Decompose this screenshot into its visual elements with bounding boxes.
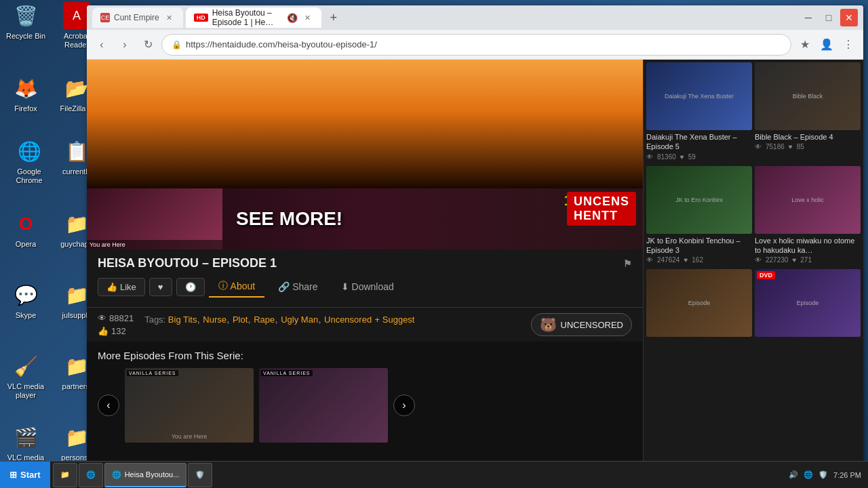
desktop-icon-firefox[interactable]: 🦊 Firefox bbox=[2, 75, 50, 113]
daiakuji-views: 81360 bbox=[657, 153, 676, 161]
filezilla-icon: 📂 bbox=[63, 75, 90, 102]
close-button[interactable]: ✕ bbox=[840, 9, 858, 26]
tags-area: Tags: Big Tits, Nurse, Plot, Rape, Ugly … bbox=[144, 313, 519, 325]
back-button[interactable]: ‹ bbox=[92, 35, 111, 54]
about-tab[interactable]: ⓘ About bbox=[209, 276, 265, 298]
daiakuji-likes: 59 bbox=[688, 153, 696, 161]
tags-label: Tags: bbox=[144, 314, 168, 325]
like-button[interactable]: 👍 Like bbox=[98, 278, 145, 296]
url-bar[interactable]: 🔒 https://hentaidude.com/heisa-byoutou-e… bbox=[161, 34, 791, 56]
suggest-button[interactable]: + Suggest bbox=[375, 314, 415, 325]
tab-heisa[interactable]: HD Heisa Byoutou – Episode 1 | He… 🔇 ✕ bbox=[186, 7, 321, 28]
browser-window: CE Cunt Empire ✕ HD Heisa Byoutou – Epis… bbox=[87, 5, 863, 470]
taskbar-clock: 7:26 PM bbox=[833, 471, 861, 479]
heart-icon: ♥ bbox=[158, 282, 163, 292]
tag-plot[interactable]: Plot bbox=[233, 314, 248, 325]
tab-cunt-empire[interactable]: CE Cunt Empire ✕ bbox=[92, 7, 183, 28]
uncensored-pill: 🐻 UNCENSORED bbox=[531, 313, 632, 336]
see-more-banner[interactable]: You are Here SEE MORE! 100% UNCENSHENTT bbox=[87, 188, 643, 249]
desktop-icon-opera[interactable]: O Opera bbox=[2, 210, 50, 249]
ep6-thumb: Episode DVD bbox=[755, 269, 861, 337]
tag-ugly-man[interactable]: Ugly Man bbox=[281, 314, 318, 325]
reload-button[interactable]: ↻ bbox=[138, 35, 157, 54]
taskbar-chrome-active[interactable]: 🌐 Heisa Byoutou... bbox=[104, 463, 187, 487]
share-label: Share bbox=[292, 281, 317, 292]
bookmark-button[interactable]: ★ bbox=[795, 35, 814, 54]
share-icon: 🔗 bbox=[278, 281, 290, 292]
love-holic-thumb: Love x holic bbox=[755, 166, 861, 234]
jk-likes-icon: ♥ bbox=[684, 256, 688, 264]
skype-label: Skype bbox=[16, 311, 37, 320]
download-tab[interactable]: ⬇ Download bbox=[332, 277, 403, 296]
menu-button[interactable]: ⋮ bbox=[839, 35, 858, 54]
recycle-bin-label: Recycle Bin bbox=[6, 32, 45, 41]
taskbar-explorer-icon: 📁 bbox=[60, 470, 70, 479]
taskbar-network-icon[interactable]: 🌐 bbox=[804, 470, 813, 479]
desktop: 🗑️ Recycle Bin A Acrobat Reader 🦊 Firefo… bbox=[0, 0, 868, 488]
love-holic-title: Love x holic miwaku no otome to hakudaku… bbox=[755, 236, 861, 256]
mute-icon[interactable]: 🔇 bbox=[287, 13, 298, 23]
forward-button[interactable]: › bbox=[115, 35, 134, 54]
start-button[interactable]: ⊞ Start bbox=[0, 462, 50, 489]
see-more-bg: You are Here SEE MORE! 100% UNCENSHENTT bbox=[87, 188, 643, 249]
video-title: HEISA BYOUTOU – EPISODE 1 ⚑ bbox=[98, 256, 632, 270]
taskbar-chrome-label: Heisa Byoutou... bbox=[125, 470, 180, 479]
next-arrow[interactable]: › bbox=[393, 394, 415, 416]
desktop-icon-recycle-bin[interactable]: 🗑️ Recycle Bin bbox=[2, 2, 50, 41]
tag-big-tits[interactable]: Big Tits bbox=[168, 314, 197, 325]
sidebar-item-bible-black[interactable]: Bible Black Bible Black – Episode 4 👁 75… bbox=[755, 62, 861, 161]
desktop-icon-chrome[interactable]: 🌐 Google Chrome bbox=[5, 138, 53, 185]
skype-icon: 💬 bbox=[12, 281, 39, 308]
desktop-icon-skype[interactable]: 💬 Skype bbox=[2, 281, 50, 320]
episode-thumb-1[interactable]: VANILLA SERIES You are Here bbox=[125, 368, 254, 443]
bible-likes: 85 bbox=[797, 143, 804, 150]
tab-cunt-empire-close[interactable]: ✕ bbox=[163, 12, 175, 24]
ccleaner-label: VLC media player bbox=[2, 382, 50, 400]
tag-uncensored[interactable]: Uncensored bbox=[324, 314, 372, 325]
cunt-empire-favicon: CE bbox=[100, 13, 110, 22]
jk-likes: 162 bbox=[692, 256, 703, 264]
episode-thumb-1-inner: VANILLA SERIES You are Here bbox=[125, 368, 254, 443]
address-bar-right: ★ 👤 ⋮ bbox=[795, 35, 858, 54]
episodes-row: ‹ VANILLA SERIES You are Here VANILLA SE… bbox=[98, 368, 632, 443]
bible-black-title: Bible Black – Episode 4 bbox=[755, 132, 861, 142]
episode-thumb-2[interactable]: VANILLA SERIES bbox=[259, 368, 388, 443]
uncensored-text: UNCENSORED bbox=[561, 320, 623, 330]
tag-nurse[interactable]: Nurse bbox=[203, 314, 226, 325]
maximize-button[interactable]: □ bbox=[820, 9, 837, 26]
bible-black-thumb: Bible Black bbox=[755, 62, 861, 130]
taskbar-shield-icon[interactable]: 🛡️ bbox=[818, 470, 828, 479]
report-icon[interactable]: ⚑ bbox=[623, 258, 632, 269]
favorite-button[interactable]: ♥ bbox=[149, 278, 172, 296]
daiakuji-stats: 👁 81360 ♥ 59 bbox=[646, 153, 752, 161]
sidebar-item-ep5[interactable]: Episode bbox=[646, 269, 752, 337]
bear-icon: 🐻 bbox=[540, 317, 557, 333]
window-controls: ─ □ ✕ bbox=[800, 9, 858, 26]
see-more-text: SEE MORE! bbox=[236, 208, 342, 230]
stats-row: 👁 88821 👍 132 Tags: Big Tits, Nurse, Plo… bbox=[87, 308, 643, 342]
taskbar-explorer[interactable]: 📁 bbox=[53, 463, 77, 487]
sidebar: Daiakuji The Xena Buster Daiakuji The Xe… bbox=[643, 60, 863, 470]
sidebar-item-daiakuji[interactable]: Daiakuji The Xena Buster Daiakuji The Xe… bbox=[646, 62, 752, 161]
taskbar-sound-icon[interactable]: 🔊 bbox=[789, 470, 798, 479]
jk-views-icon: 👁 bbox=[646, 256, 653, 264]
new-tab-button[interactable]: + bbox=[324, 8, 343, 27]
minimize-button[interactable]: ─ bbox=[800, 9, 817, 26]
ep5-thumb: Episode bbox=[646, 269, 752, 337]
share-tab[interactable]: 🔗 Share bbox=[269, 277, 327, 296]
video-area[interactable] bbox=[87, 60, 643, 188]
sidebar-item-jk[interactable]: JK to Ero Konbini JK to Ero Konbini Tenc… bbox=[646, 166, 752, 264]
more-episodes: More Episodes From This Serie: ‹ VANILLA… bbox=[87, 342, 643, 451]
profile-button[interactable]: 👤 bbox=[817, 35, 836, 54]
prev-arrow[interactable]: ‹ bbox=[98, 394, 119, 416]
desktop-icon-ccleaner[interactable]: 🧹 VLC media player bbox=[2, 352, 50, 400]
tag-rape[interactable]: Rape bbox=[254, 314, 275, 325]
browser-title-bar: CE Cunt Empire ✕ HD Heisa Byoutou – Epis… bbox=[87, 5, 863, 30]
taskbar-ie[interactable]: 🌐 bbox=[79, 463, 103, 487]
watchlater-button[interactable]: 🕐 bbox=[176, 278, 205, 296]
sidebar-item-ep6[interactable]: Episode DVD bbox=[755, 269, 861, 337]
views-stat: 👁 88821 bbox=[98, 313, 134, 323]
tab-heisa-close[interactable]: ✕ bbox=[302, 12, 313, 24]
sidebar-item-love-holic[interactable]: Love x holic Love x holic miwaku no otom… bbox=[755, 166, 861, 264]
taskbar-antivirus[interactable]: 🛡️ bbox=[188, 463, 212, 487]
